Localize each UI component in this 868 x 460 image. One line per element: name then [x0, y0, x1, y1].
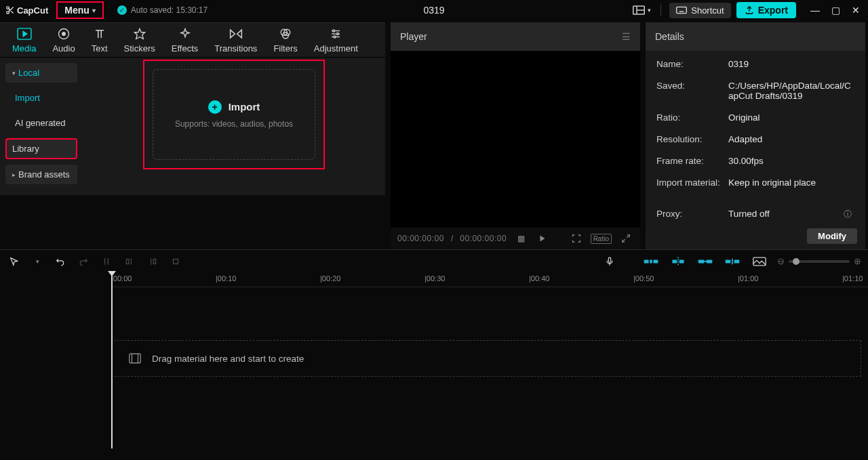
link-button[interactable]: [696, 255, 715, 268]
sidebar-item-local[interactable]: ▾ Local: [5, 63, 77, 83]
shortcut-button[interactable]: Shortcut: [669, 3, 730, 18]
zoom-out-icon[interactable]: ⊖: [777, 256, 785, 266]
detail-import-material: Import material: Keep in original place: [656, 177, 854, 188]
tab-stickers[interactable]: Stickers: [117, 24, 162, 56]
tab-label: Transitions: [214, 43, 257, 54]
pointer-tool[interactable]: [7, 257, 22, 266]
tab-label: Media: [12, 43, 36, 54]
maximize-button[interactable]: ▢: [829, 5, 842, 16]
preview-mode-button[interactable]: [723, 255, 742, 268]
svg-marker-15: [23, 31, 26, 36]
svg-rect-41: [153, 259, 156, 264]
svg-point-17: [62, 32, 66, 35]
modify-button[interactable]: Modify: [807, 228, 857, 244]
player-viewport: [391, 51, 640, 228]
import-dropzone[interactable]: + Import Supports: videos, audios, photo…: [153, 69, 315, 160]
film-icon: [129, 353, 141, 364]
tab-label: Adjustment: [314, 43, 358, 54]
svg-rect-45: [644, 259, 649, 263]
details-footer: Modify: [646, 228, 865, 249]
ratio-button[interactable]: Ratio: [591, 234, 612, 244]
ruler-tick: |01:10: [842, 274, 863, 283]
details-title: Details: [655, 31, 684, 42]
player-controls: 00:00:00:00 / 00:00:00:00 ▦ Ratio: [391, 228, 640, 249]
scissors-icon: [5, 5, 15, 15]
zoom-in-icon[interactable]: ⊕: [854, 256, 861, 266]
caret-down-icon: ▾: [12, 70, 16, 77]
plus-icon: +: [208, 100, 222, 114]
tab-label: Filters: [273, 43, 297, 54]
sidebar-item-label: Local: [18, 68, 39, 78]
fullscreen-icon[interactable]: [618, 234, 633, 243]
menu-icon[interactable]: ☰: [622, 31, 631, 42]
tab-adjustment[interactable]: Adjustment: [307, 24, 365, 56]
svg-rect-43: [608, 257, 611, 262]
tab-effects[interactable]: Effects: [165, 24, 205, 56]
delete-button: [168, 257, 183, 266]
sidebar-item-label: AI generated: [15, 118, 65, 128]
undo-button[interactable]: [53, 257, 68, 266]
timeline-drop-hint: Drag material here and start to create: [114, 340, 861, 377]
magnet-align-button[interactable]: [669, 255, 688, 268]
sidebar-item-import[interactable]: Import: [5, 88, 77, 108]
details-header: Details: [646, 22, 865, 51]
workspace: Media Audio Text Stickers Effects Transi…: [0, 22, 868, 249]
tab-transitions[interactable]: Transitions: [208, 24, 264, 56]
svg-rect-53: [703, 261, 708, 262]
media-icon: [17, 27, 32, 41]
svg-point-30: [333, 30, 335, 32]
svg-point-31: [337, 33, 339, 35]
menu-label: Menu: [64, 5, 90, 16]
export-button[interactable]: Export: [736, 2, 796, 18]
svg-rect-54: [726, 259, 731, 263]
divider: [660, 5, 661, 16]
svg-rect-8: [677, 7, 687, 13]
svg-rect-49: [679, 259, 684, 263]
play-button[interactable]: [535, 234, 550, 243]
layout-button[interactable]: ▾: [631, 4, 652, 16]
title-right-group: ▾ Shortcut Export — ▢ ✕: [631, 2, 863, 18]
transitions-icon: [229, 27, 243, 41]
svg-rect-47: [653, 259, 658, 263]
minimize-button[interactable]: —: [808, 5, 822, 16]
help-icon[interactable]: ⓘ: [844, 209, 852, 220]
detail-ratio: Ratio: Original: [656, 112, 854, 123]
scan-icon[interactable]: [569, 233, 584, 244]
mic-button[interactable]: [602, 256, 617, 267]
trim-right-button: [145, 257, 160, 266]
autosave-label: Auto saved: 15:30:17: [131, 5, 208, 15]
svg-point-1: [7, 12, 9, 14]
sidebar-item-ai[interactable]: AI generated: [5, 113, 77, 133]
trim-left-button: [122, 257, 137, 266]
chevron-down-icon: ▾: [648, 7, 651, 14]
app-name: CapCut: [17, 5, 48, 16]
timeline-ruler[interactable]: |00:00|00:10|00:20|00:30|00:40|00:50|01:…: [111, 272, 868, 287]
import-label: Import: [229, 101, 260, 112]
import-subtext: Supports: videos, audios, photos: [175, 119, 293, 129]
window-controls: — ▢ ✕: [808, 5, 863, 16]
cover-button[interactable]: [750, 255, 769, 268]
zoom-slider[interactable]: ⊖ ⊕: [777, 256, 861, 266]
media-panel: ▾ Local Import AI generated Library ▸ Br…: [0, 58, 385, 195]
import-highlight-box: + Import Supports: videos, audios, photo…: [143, 60, 325, 169]
magnet-main-button[interactable]: [642, 255, 660, 268]
timeline-tracks[interactable]: Drag material here and start to create: [111, 287, 868, 402]
sidebar-item-brand[interactable]: ▸ Brand assets: [5, 165, 77, 184]
tab-media[interactable]: Media: [5, 24, 43, 56]
tab-text[interactable]: Text: [85, 24, 115, 56]
menu-button[interactable]: Menu ▾: [56, 1, 104, 19]
title-bar: CapCut Menu ▾ ✓ Auto saved: 15:30:17 031…: [0, 0, 868, 20]
media-main: + Import Supports: videos, audios, photo…: [83, 58, 385, 195]
tab-label: Audio: [52, 43, 75, 54]
ruler-tick: |00:30: [425, 274, 445, 283]
tab-filters[interactable]: Filters: [267, 24, 304, 56]
check-icon: ✓: [117, 5, 127, 15]
sidebar-item-library[interactable]: Library: [5, 138, 77, 159]
grid-icon[interactable]: ▦: [513, 234, 528, 243]
svg-rect-58: [130, 354, 141, 363]
close-button[interactable]: ✕: [849, 5, 863, 16]
svg-point-32: [334, 36, 336, 38]
chevron-down-icon[interactable]: ▾: [30, 258, 45, 265]
tab-audio[interactable]: Audio: [45, 24, 81, 56]
player-header: Player ☰: [391, 22, 640, 51]
